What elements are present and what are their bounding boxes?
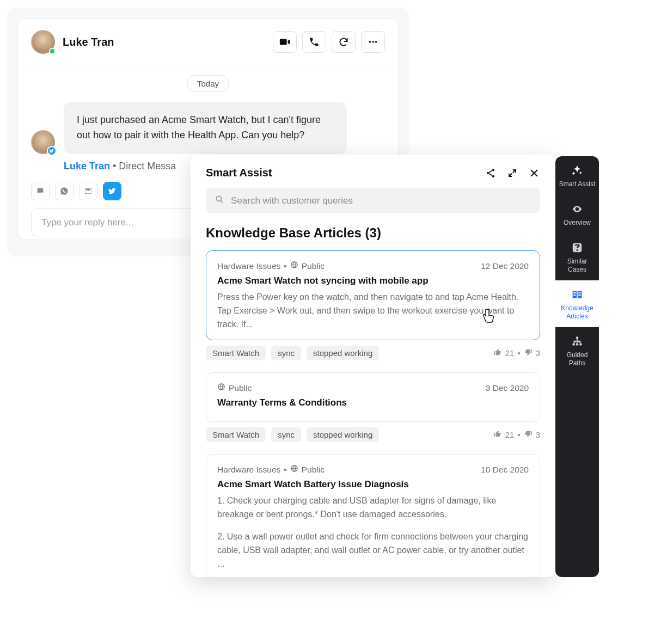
article-excerpt: 1. Check your charging cable and USB ada… [217,494,529,571]
smart-assist-header: Smart Assist [206,167,540,179]
channel-twitter-button[interactable] [103,182,121,200]
tree-icon [570,335,585,348]
thumbs-up-icon[interactable] [493,348,502,358]
tag[interactable]: stopped working [307,346,379,360]
sidebar-item-overview[interactable]: Overview [555,195,599,234]
sidebar-item-similar-cases[interactable]: Similar Cases [555,234,599,280]
svg-rect-13 [573,291,577,298]
customer-avatar [31,30,55,54]
header-actions [273,31,385,53]
presence-online-dot [49,48,56,54]
sparkle-icon [570,164,585,177]
sidebar-label: Smart Assist [559,180,596,188]
article-category: Hardware Issues [217,465,280,475]
globe-icon [290,464,298,475]
article-votes: 21 • 3 [493,348,540,358]
right-sidebar: Smart Assist Overview Similar Cases Know… [555,156,599,577]
sidebar-label: Similar Cases [558,257,597,274]
article-category: Hardware Issues [217,261,280,271]
sidebar-label: Overview [564,219,591,227]
search-icon [215,194,224,207]
article-date: 10 Dec 2020 [481,465,529,475]
message-bubble: I just purchased an Acme Smart Watch, bu… [64,102,347,154]
svg-point-16 [572,343,575,346]
svg-point-2 [375,41,377,43]
svg-point-6 [216,196,221,201]
tag[interactable]: Smart Watch [206,427,266,442]
sidebar-item-smart-assist[interactable]: Smart Assist [555,156,599,195]
video-call-button[interactable] [273,31,297,53]
article-title: Acme Smart Watch not syncing with mobile… [217,275,529,286]
more-actions-button[interactable] [361,31,385,53]
svg-rect-14 [578,291,582,298]
day-divider: Today [187,75,229,92]
article-tags: Smart Watch sync stopped working 21 • 3 [206,346,540,360]
message-row: I just purchased an Acme Smart Watch, bu… [31,102,385,154]
channel-badge-icon [47,146,57,156]
svg-point-1 [372,41,374,43]
svg-point-5 [492,175,494,177]
eye-icon [570,203,585,216]
smart-assist-title: Smart Assist [206,167,272,179]
svg-point-15 [576,336,579,339]
channel-whatsapp-button[interactable] [55,182,74,200]
globe-icon [290,261,298,271]
svg-point-4 [487,171,489,174]
customer-name: Luke Tran [63,36,114,48]
article-visibility: Public [229,383,252,393]
share-button[interactable] [485,167,497,179]
tag[interactable]: sync [271,346,301,360]
channel-sms-button[interactable] [31,182,50,200]
channel-email-button[interactable] [79,182,97,200]
article-visibility: Public [302,465,325,475]
kb-article[interactable]: Public 3 Dec 2020 Warranty Terms & Condi… [206,372,540,422]
sidebar-item-guided-paths[interactable]: Guided Paths [555,327,599,374]
sidebar-label: Guided Paths [558,351,597,367]
svg-point-0 [369,41,371,43]
thumbs-up-icon[interactable] [493,430,502,440]
close-button[interactable] [528,167,540,179]
article-tags: Smart Watch sync stopped working 21 • 3 [206,427,540,442]
kb-article[interactable]: Hardware Issues • Public 10 Dec 2020 Acm… [206,454,540,577]
message-avatar [31,130,55,154]
svg-point-18 [579,343,582,346]
svg-point-12 [577,249,578,251]
chat-header: Luke Tran [18,19,398,65]
article-excerpt: Press the Power key on the watch, and th… [217,291,529,331]
kb-section-title: Knowledge Base Articles (3) [206,225,540,241]
tag[interactable]: stopped working [307,427,379,442]
message-channel-label: Direct Messa [119,161,176,171]
article-title: Acme Smart Watch Battery Issue Diagnosis [217,479,529,490]
sidebar-label: Knowledge Articles [558,304,597,321]
svg-point-3 [492,169,494,171]
search-input[interactable]: Search with customer queries [206,188,540,213]
article-title: Warranty Terms & Conditions [217,397,529,408]
message-sender[interactable]: Luke Tran [64,161,110,171]
article-date: 12 Dec 2020 [481,261,529,271]
cases-icon [570,241,585,254]
article-visibility: Public [302,261,325,271]
refresh-button[interactable] [332,31,356,53]
article-date: 3 Dec 2020 [486,383,529,393]
svg-point-17 [576,343,579,346]
thumbs-down-icon[interactable] [524,348,533,358]
tag[interactable]: Smart Watch [206,346,266,360]
voice-call-button[interactable] [302,31,326,53]
svg-point-10 [576,208,578,210]
articles-icon [570,288,585,301]
search-placeholder: Search with customer queries [231,195,353,206]
kb-article[interactable]: Hardware Issues • Public 12 Dec 2020 Acm… [206,250,540,340]
globe-icon [217,383,225,393]
sidebar-item-knowledge-articles[interactable]: Knowledge Articles [555,280,599,327]
tag[interactable]: sync [271,427,301,442]
article-votes: 21 • 3 [493,430,540,440]
chat-header-left: Luke Tran [31,30,114,54]
expand-button[interactable] [506,167,518,179]
thumbs-down-icon[interactable] [524,430,533,440]
smart-assist-panel: Smart Assist Search with customer querie… [191,155,555,577]
